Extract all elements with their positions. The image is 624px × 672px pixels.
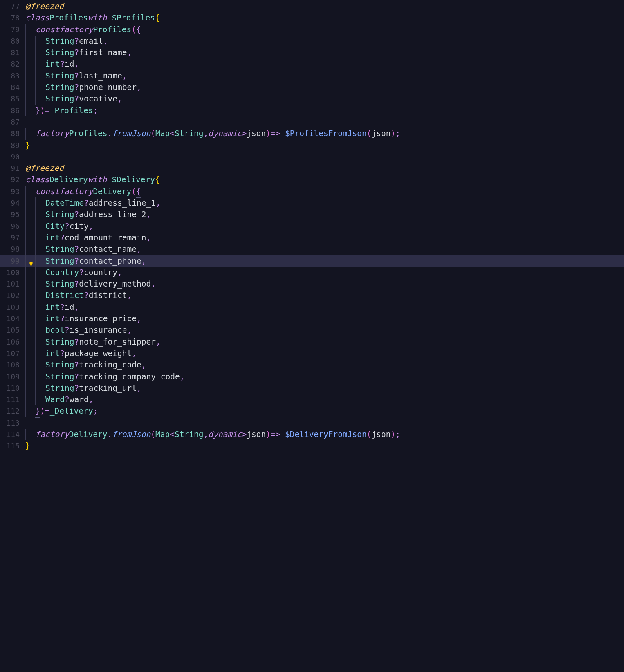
code-line[interactable]: 100 Country? country,: [0, 267, 624, 278]
line-number: 112: [0, 405, 25, 417]
code-content[interactable]: String? contact_phone,: [25, 255, 146, 267]
code-content[interactable]: String? last_name,: [25, 70, 127, 82]
line-number: 87: [0, 116, 25, 128]
code-content[interactable]: String? phone_number,: [25, 82, 141, 93]
code-content[interactable]: String? delivery_method,: [25, 278, 156, 290]
lightbulb-icon[interactable]: [29, 258, 34, 263]
code-line[interactable]: 87: [0, 116, 624, 128]
line-number: 82: [0, 58, 25, 70]
line-number: 109: [0, 371, 25, 383]
code-content[interactable]: String? tracking_url,: [25, 383, 141, 394]
code-line[interactable]: 104 int? insurance_price,: [0, 313, 624, 325]
code-content[interactable]: String? vocative,: [25, 93, 122, 105]
line-number: 114: [0, 429, 25, 440]
code-line[interactable]: 108 String? tracking_code,: [0, 359, 624, 371]
code-content[interactable]: int? insurance_price,: [25, 313, 141, 325]
code-content[interactable]: bool? is_insurance,: [25, 325, 132, 336]
code-line[interactable]: 81 String? first_name,: [0, 47, 624, 58]
code-line[interactable]: 91 @freezed: [0, 163, 624, 174]
code-content[interactable]: DateTime? address_line_1,: [25, 197, 161, 209]
code-line[interactable]: 98 String? contact_name,: [0, 244, 624, 255]
code-line[interactable]: 89 }: [0, 140, 624, 151]
line-number: 85: [0, 93, 25, 105]
line-number: 101: [0, 278, 25, 290]
code-line[interactable]: 96 City? city,: [0, 221, 624, 232]
line-number: 115: [0, 440, 25, 452]
code-line[interactable]: 103 int? id,: [0, 302, 624, 313]
code-line[interactable]: 79 const factory Profiles({: [0, 24, 624, 36]
code-line[interactable]: 86 }) = _Profiles;: [0, 105, 624, 116]
code-line[interactable]: 77 @freezed: [0, 1, 624, 12]
code-content[interactable]: }: [25, 440, 30, 452]
code-content[interactable]: @freezed: [25, 163, 64, 174]
line-number: 81: [0, 47, 25, 58]
code-line[interactable]: 82 int? id,: [0, 58, 624, 70]
code-line[interactable]: 115 }: [0, 440, 624, 452]
code-line[interactable]: 95 String? address_line_2,: [0, 209, 624, 220]
line-number: 88: [0, 128, 25, 139]
code-content[interactable]: District? district,: [25, 290, 132, 301]
line-number: 92: [0, 174, 25, 186]
line-number: 104: [0, 313, 25, 325]
code-line[interactable]: 102 District? district,: [0, 290, 624, 301]
code-content[interactable]: }) = _Delivery;: [25, 405, 98, 417]
code-content[interactable]: const factory Delivery({: [25, 186, 141, 197]
code-content[interactable]: class Profiles with _$Profiles {: [25, 12, 160, 24]
line-number: 90: [0, 151, 25, 163]
line-number: 100: [0, 267, 25, 278]
line-number: 79: [0, 24, 25, 36]
line-number: 93: [0, 186, 25, 197]
code-content[interactable]: int? cod_amount_remain,: [25, 232, 151, 244]
code-content[interactable]: Country? country,: [25, 267, 122, 278]
line-number: 94: [0, 197, 25, 209]
code-content[interactable]: int? id,: [25, 58, 79, 70]
code-content[interactable]: String? email,: [25, 36, 108, 47]
code-line[interactable]: 111 Ward? ward,: [0, 394, 624, 405]
code-content[interactable]: }: [25, 140, 30, 151]
code-content[interactable]: City? city,: [25, 221, 93, 232]
code-line[interactable]: 90: [0, 151, 624, 163]
code-line[interactable]: 105 bool? is_insurance,: [0, 325, 624, 336]
line-number: 77: [0, 1, 25, 12]
code-content[interactable]: int? id,: [25, 302, 79, 313]
code-line[interactable]: 80 String? email,: [0, 36, 624, 47]
code-line[interactable]: 94 DateTime? address_line_1,: [0, 197, 624, 209]
code-line[interactable]: 93 const factory Delivery({: [0, 186, 624, 197]
code-line[interactable]: 106 String? note_for_shipper,: [0, 336, 624, 348]
line-number: 103: [0, 302, 25, 313]
code-content[interactable]: const factory Profiles({: [25, 24, 141, 36]
code-line[interactable]: 97 int? cod_amount_remain,: [0, 232, 624, 244]
code-line[interactable]: 78 class Profiles with _$Profiles {: [0, 12, 624, 24]
code-line[interactable]: 112 }) = _Delivery;: [0, 405, 624, 417]
code-line[interactable]: 110 String? tracking_url,: [0, 383, 624, 394]
code-content[interactable]: Ward? ward,: [25, 394, 93, 405]
code-line[interactable]: 88 factory Profiles.fromJson(Map<String,…: [0, 128, 624, 139]
code-content[interactable]: class Delivery with _$Delivery {: [25, 174, 160, 186]
code-content[interactable]: String? first_name,: [25, 47, 132, 58]
line-number: 96: [0, 221, 25, 232]
code-line[interactable]: 85 String? vocative,: [0, 93, 624, 105]
code-line[interactable]: 109 String? tracking_company_code,: [0, 371, 624, 383]
code-line[interactable]: 101 String? delivery_method,: [0, 278, 624, 290]
code-content[interactable]: String? tracking_code,: [25, 359, 146, 371]
line-number: 84: [0, 82, 25, 93]
code-content[interactable]: String? contact_name,: [25, 244, 141, 255]
code-content[interactable]: String? address_line_2,: [25, 209, 151, 220]
code-line[interactable]: 107 int? package_weight,: [0, 348, 624, 359]
code-content[interactable]: int? package_weight,: [25, 348, 137, 359]
line-number: 111: [0, 394, 25, 405]
code-content[interactable]: }) = _Profiles;: [25, 105, 98, 116]
code-content[interactable]: String? tracking_company_code,: [25, 371, 184, 383]
code-content[interactable]: @freezed: [25, 1, 64, 12]
code-content[interactable]: String? note_for_shipper,: [25, 336, 161, 348]
code-line[interactable]: 113: [0, 417, 624, 429]
code-line[interactable]: 92 class Delivery with _$Delivery {: [0, 174, 624, 186]
code-line[interactable]: 99 String? contact_phone,: [0, 255, 624, 267]
code-content[interactable]: factory Delivery.fromJson(Map<String, dy…: [25, 429, 400, 440]
code-line[interactable]: 83 String? last_name,: [0, 70, 624, 82]
code-line[interactable]: 114 factory Delivery.fromJson(Map<String…: [0, 429, 624, 440]
line-number: 106: [0, 336, 25, 348]
code-editor[interactable]: 77 @freezed78 class Profiles with _$Prof…: [0, 0, 624, 452]
code-line[interactable]: 84 String? phone_number,: [0, 82, 624, 93]
code-content[interactable]: factory Profiles.fromJson(Map<String, dy…: [25, 128, 400, 139]
